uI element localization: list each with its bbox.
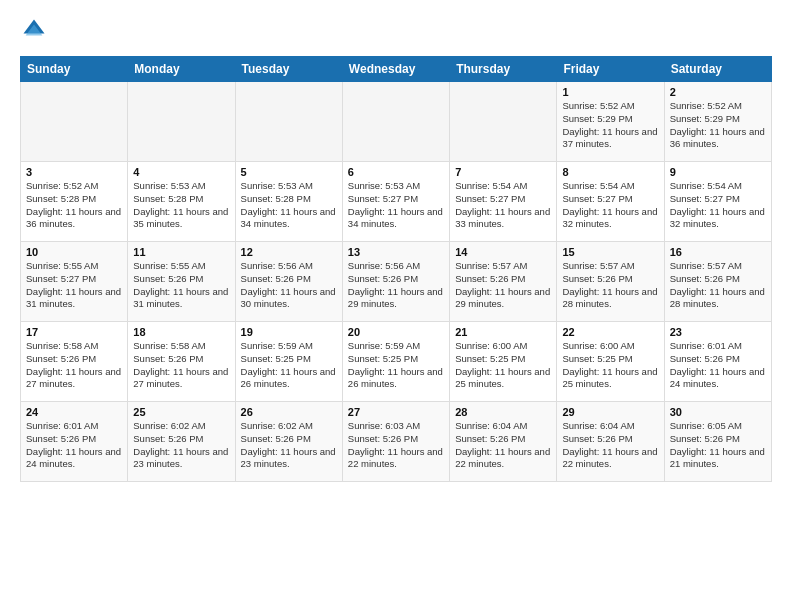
day-info: Sunrise: 5:54 AM Sunset: 5:27 PM Dayligh… [455,180,551,231]
calendar-cell: 3Sunrise: 5:52 AM Sunset: 5:28 PM Daylig… [21,162,128,242]
day-info: Sunrise: 5:53 AM Sunset: 5:28 PM Dayligh… [133,180,229,231]
calendar-cell: 26Sunrise: 6:02 AM Sunset: 5:26 PM Dayli… [235,402,342,482]
calendar-cell [128,82,235,162]
weekday-header-wednesday: Wednesday [342,57,449,82]
day-info: Sunrise: 5:58 AM Sunset: 5:26 PM Dayligh… [133,340,229,391]
weekday-header-tuesday: Tuesday [235,57,342,82]
calendar-cell: 30Sunrise: 6:05 AM Sunset: 5:26 PM Dayli… [664,402,771,482]
day-number: 10 [26,246,122,258]
day-number: 23 [670,326,766,338]
calendar-cell [450,82,557,162]
day-number: 7 [455,166,551,178]
day-info: Sunrise: 6:03 AM Sunset: 5:26 PM Dayligh… [348,420,444,471]
calendar-cell: 29Sunrise: 6:04 AM Sunset: 5:26 PM Dayli… [557,402,664,482]
day-info: Sunrise: 6:00 AM Sunset: 5:25 PM Dayligh… [455,340,551,391]
calendar-cell: 16Sunrise: 5:57 AM Sunset: 5:26 PM Dayli… [664,242,771,322]
weekday-header-friday: Friday [557,57,664,82]
day-info: Sunrise: 6:02 AM Sunset: 5:26 PM Dayligh… [241,420,337,471]
calendar-cell: 24Sunrise: 6:01 AM Sunset: 5:26 PM Dayli… [21,402,128,482]
day-number: 3 [26,166,122,178]
day-number: 8 [562,166,658,178]
calendar-cell: 17Sunrise: 5:58 AM Sunset: 5:26 PM Dayli… [21,322,128,402]
day-info: Sunrise: 5:52 AM Sunset: 5:29 PM Dayligh… [670,100,766,151]
day-number: 6 [348,166,444,178]
calendar-cell: 6Sunrise: 5:53 AM Sunset: 5:27 PM Daylig… [342,162,449,242]
calendar-cell: 21Sunrise: 6:00 AM Sunset: 5:25 PM Dayli… [450,322,557,402]
day-info: Sunrise: 5:55 AM Sunset: 5:27 PM Dayligh… [26,260,122,311]
day-info: Sunrise: 5:52 AM Sunset: 5:28 PM Dayligh… [26,180,122,231]
calendar-cell: 25Sunrise: 6:02 AM Sunset: 5:26 PM Dayli… [128,402,235,482]
logo [20,16,52,44]
calendar-cell: 14Sunrise: 5:57 AM Sunset: 5:26 PM Dayli… [450,242,557,322]
calendar-cell: 2Sunrise: 5:52 AM Sunset: 5:29 PM Daylig… [664,82,771,162]
calendar-cell: 9Sunrise: 5:54 AM Sunset: 5:27 PM Daylig… [664,162,771,242]
day-info: Sunrise: 5:57 AM Sunset: 5:26 PM Dayligh… [670,260,766,311]
day-number: 18 [133,326,229,338]
day-number: 21 [455,326,551,338]
calendar-cell: 28Sunrise: 6:04 AM Sunset: 5:26 PM Dayli… [450,402,557,482]
logo-icon [20,16,48,44]
day-info: Sunrise: 6:00 AM Sunset: 5:25 PM Dayligh… [562,340,658,391]
calendar-table: SundayMondayTuesdayWednesdayThursdayFrid… [20,56,772,482]
day-number: 14 [455,246,551,258]
calendar-cell: 4Sunrise: 5:53 AM Sunset: 5:28 PM Daylig… [128,162,235,242]
calendar-cell: 18Sunrise: 5:58 AM Sunset: 5:26 PM Dayli… [128,322,235,402]
day-number: 29 [562,406,658,418]
day-info: Sunrise: 6:04 AM Sunset: 5:26 PM Dayligh… [562,420,658,471]
day-number: 1 [562,86,658,98]
day-info: Sunrise: 5:55 AM Sunset: 5:26 PM Dayligh… [133,260,229,311]
day-number: 28 [455,406,551,418]
day-number: 24 [26,406,122,418]
day-number: 16 [670,246,766,258]
calendar-cell: 19Sunrise: 5:59 AM Sunset: 5:25 PM Dayli… [235,322,342,402]
day-info: Sunrise: 5:54 AM Sunset: 5:27 PM Dayligh… [562,180,658,231]
calendar-cell: 12Sunrise: 5:56 AM Sunset: 5:26 PM Dayli… [235,242,342,322]
calendar-cell: 13Sunrise: 5:56 AM Sunset: 5:26 PM Dayli… [342,242,449,322]
day-info: Sunrise: 5:56 AM Sunset: 5:26 PM Dayligh… [241,260,337,311]
day-number: 5 [241,166,337,178]
day-number: 20 [348,326,444,338]
day-number: 27 [348,406,444,418]
day-info: Sunrise: 5:53 AM Sunset: 5:28 PM Dayligh… [241,180,337,231]
day-number: 26 [241,406,337,418]
calendar-week-row: 17Sunrise: 5:58 AM Sunset: 5:26 PM Dayli… [21,322,772,402]
weekday-header-thursday: Thursday [450,57,557,82]
calendar-cell: 8Sunrise: 5:54 AM Sunset: 5:27 PM Daylig… [557,162,664,242]
day-number: 19 [241,326,337,338]
day-info: Sunrise: 6:01 AM Sunset: 5:26 PM Dayligh… [26,420,122,471]
day-info: Sunrise: 5:53 AM Sunset: 5:27 PM Dayligh… [348,180,444,231]
calendar-cell [235,82,342,162]
day-number: 15 [562,246,658,258]
day-info: Sunrise: 5:58 AM Sunset: 5:26 PM Dayligh… [26,340,122,391]
day-info: Sunrise: 6:01 AM Sunset: 5:26 PM Dayligh… [670,340,766,391]
calendar-cell [342,82,449,162]
calendar-cell: 11Sunrise: 5:55 AM Sunset: 5:26 PM Dayli… [128,242,235,322]
calendar-week-row: 24Sunrise: 6:01 AM Sunset: 5:26 PM Dayli… [21,402,772,482]
day-info: Sunrise: 5:57 AM Sunset: 5:26 PM Dayligh… [455,260,551,311]
calendar-cell: 10Sunrise: 5:55 AM Sunset: 5:27 PM Dayli… [21,242,128,322]
calendar-week-row: 10Sunrise: 5:55 AM Sunset: 5:27 PM Dayli… [21,242,772,322]
header [20,16,772,44]
day-number: 2 [670,86,766,98]
calendar-week-row: 3Sunrise: 5:52 AM Sunset: 5:28 PM Daylig… [21,162,772,242]
day-info: Sunrise: 5:57 AM Sunset: 5:26 PM Dayligh… [562,260,658,311]
day-number: 25 [133,406,229,418]
day-number: 17 [26,326,122,338]
day-number: 13 [348,246,444,258]
day-info: Sunrise: 5:59 AM Sunset: 5:25 PM Dayligh… [348,340,444,391]
calendar-cell: 5Sunrise: 5:53 AM Sunset: 5:28 PM Daylig… [235,162,342,242]
day-info: Sunrise: 5:59 AM Sunset: 5:25 PM Dayligh… [241,340,337,391]
day-number: 4 [133,166,229,178]
day-number: 30 [670,406,766,418]
day-info: Sunrise: 5:54 AM Sunset: 5:27 PM Dayligh… [670,180,766,231]
weekday-header-saturday: Saturday [664,57,771,82]
calendar-cell: 22Sunrise: 6:00 AM Sunset: 5:25 PM Dayli… [557,322,664,402]
day-number: 9 [670,166,766,178]
weekday-header-row: SundayMondayTuesdayWednesdayThursdayFrid… [21,57,772,82]
calendar-cell: 7Sunrise: 5:54 AM Sunset: 5:27 PM Daylig… [450,162,557,242]
day-info: Sunrise: 5:52 AM Sunset: 5:29 PM Dayligh… [562,100,658,151]
day-number: 11 [133,246,229,258]
calendar-cell: 15Sunrise: 5:57 AM Sunset: 5:26 PM Dayli… [557,242,664,322]
calendar-page: SundayMondayTuesdayWednesdayThursdayFrid… [0,0,792,498]
calendar-cell: 23Sunrise: 6:01 AM Sunset: 5:26 PM Dayli… [664,322,771,402]
